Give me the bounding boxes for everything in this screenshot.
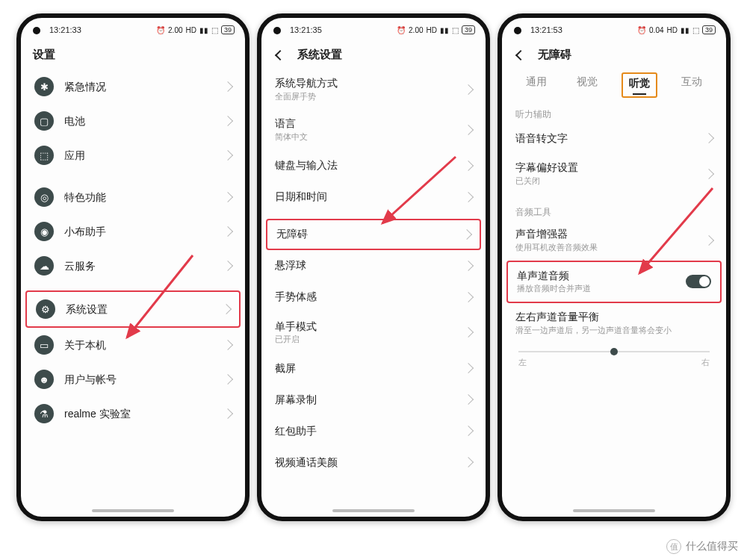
row-label: 电池: [64, 115, 224, 128]
row-lab[interactable]: ⚗ realme 实验室: [21, 396, 245, 431]
balance-slider[interactable]: [518, 351, 710, 352]
camera-punch: [273, 27, 281, 34]
row-label: 语音转文字: [515, 132, 705, 145]
row-label: 声音增强器: [515, 228, 705, 240]
row-special-features[interactable]: ◎ 特色功能: [21, 180, 245, 214]
row-sub: 滑至一边声道后，另一边声道音量将会变小: [515, 325, 713, 336]
row-keyboard[interactable]: 键盘与输入法: [261, 150, 486, 181]
signal-icon: ▮▮: [681, 26, 689, 34]
alarm-icon: ⏰: [637, 26, 646, 34]
row-system-settings[interactable]: ⚙ 系统设置: [25, 290, 241, 328]
chevron-right-icon: [463, 292, 474, 302]
row-sub: 简体中文: [275, 131, 465, 143]
row-sub: 全面屏手势: [275, 91, 465, 102]
row-label: 云服务: [64, 260, 224, 273]
row-label: 关于本机: [64, 339, 224, 352]
row-label: 屏幕录制: [275, 393, 465, 406]
row-sound-enhancer[interactable]: 声音增强器使用耳机改善音频效果: [502, 220, 726, 261]
slider-right: 右: [701, 357, 710, 368]
chevron-right-icon: [223, 192, 233, 202]
wifi-icon: ⬚: [211, 26, 218, 34]
battery-icon: 39: [462, 25, 475, 34]
row-sub: 使用耳机改善音频效果: [515, 242, 705, 253]
row-nav-style[interactable]: 系统导航方式全面屏手势: [261, 69, 486, 110]
row-redpacket[interactable]: 红包助手: [261, 415, 486, 447]
back-button[interactable]: [273, 49, 287, 62]
row-about[interactable]: ▭ 关于本机: [21, 328, 245, 362]
row-emergency[interactable]: ✱ 紧急情况: [21, 69, 245, 104]
row-language[interactable]: 语言简体中文: [261, 110, 486, 150]
row-label: 截屏: [275, 362, 465, 375]
status-bar: 13:21:53 ⏰ 0.04 HD ▮▮ ⬚ 39: [502, 18, 726, 42]
signal-icon: ▮▮: [199, 26, 208, 34]
chevron-right-icon: [463, 394, 474, 405]
phone-accessibility: 13:21:53 ⏰ 0.04 HD ▮▮ ⬚ 39 无障碍 通用 视觉 听觉 …: [498, 13, 731, 521]
status-bar: 13:21:35 ⏰ 2.00 HD ▮▮ ⬚ 39: [261, 18, 486, 42]
header-text: 无障碍: [538, 48, 571, 62]
alarm-icon: ⏰: [397, 26, 406, 34]
back-button[interactable]: [514, 49, 527, 62]
header: 系统设置: [261, 42, 486, 69]
row-battery[interactable]: ▢ 电池: [21, 104, 245, 138]
status-icons: ⏰ 2.00 HD ▮▮ ⬚ 39: [397, 25, 475, 34]
camera-punch: [33, 27, 40, 34]
tab-hearing[interactable]: 听觉: [622, 72, 657, 98]
row-cloud[interactable]: ☁ 云服务: [21, 249, 245, 283]
row-assistant[interactable]: ◉ 小布助手: [21, 214, 245, 249]
mono-audio-toggle[interactable]: [686, 275, 711, 288]
row-accessibility[interactable]: 无障碍: [266, 219, 481, 250]
battery-icon: 39: [702, 25, 716, 34]
row-floating-ball[interactable]: 悬浮球: [261, 250, 486, 281]
chevron-right-icon: [223, 226, 233, 237]
row-sub: 已关闭: [515, 175, 705, 187]
features-icon: ◎: [34, 187, 54, 207]
row-label: 单声道音频: [517, 270, 686, 282]
tab-vision[interactable]: 视觉: [571, 72, 604, 98]
chevron-right-icon: [462, 229, 472, 240]
chevron-right-icon: [463, 161, 474, 171]
chevron-right-icon: [463, 125, 474, 135]
row-label: 红包助手: [275, 425, 465, 438]
hd-icon: HD: [427, 26, 437, 34]
hd-icon: HD: [667, 26, 678, 34]
settings-list: ✱ 紧急情况 ▢ 电池 ⬚ 应用 ◎ 特色功能 ◉ 小布助: [21, 69, 245, 438]
assistant-icon: ◉: [34, 222, 54, 241]
header: 无障碍: [502, 42, 726, 69]
clock: 13:21:33: [49, 25, 81, 34]
chevron-right-icon: [223, 374, 233, 385]
slider-left: 左: [518, 357, 527, 368]
row-one-hand[interactable]: 单手模式已开启: [261, 313, 486, 353]
network-icon: 0.04: [649, 26, 663, 34]
row-label: 应用: [64, 149, 224, 162]
row-mono-audio[interactable]: 单声道音频播放音频时合并声道: [506, 261, 722, 304]
row-label: 系统设置: [66, 303, 223, 316]
row-voice-to-text[interactable]: 语音转文字: [502, 122, 726, 154]
row-screen-record[interactable]: 屏幕录制: [261, 384, 486, 415]
row-video-beauty[interactable]: 视频通话美颜: [261, 447, 486, 478]
slider-thumb[interactable]: [610, 348, 618, 355]
lab-icon: ⚗: [34, 404, 54, 423]
row-label: 键盘与输入法: [275, 159, 465, 172]
watermark: 值 什么值得买: [666, 539, 738, 554]
battery-icon: 39: [221, 25, 235, 34]
chevron-right-icon: [223, 408, 233, 419]
about-icon: ▭: [34, 335, 54, 355]
chevron-right-icon: [223, 150, 233, 161]
chevron-right-icon: [463, 192, 474, 202]
watermark-text: 什么值得买: [686, 540, 738, 553]
row-users-accounts[interactable]: ☻ 用户与帐号: [21, 362, 245, 396]
tab-general[interactable]: 通用: [520, 72, 553, 98]
row-sub: 已开启: [275, 334, 465, 345]
tab-interaction[interactable]: 互动: [675, 72, 708, 98]
header-text: 设置: [33, 48, 55, 62]
user-icon: ☻: [34, 370, 54, 389]
status-bar: 13:21:33 ⏰ 2.00 HD ▮▮ ⬚ 39: [21, 18, 245, 42]
row-subtitle-prefs[interactable]: 字幕偏好设置已关闭: [502, 154, 726, 194]
row-apps[interactable]: ⬚ 应用: [21, 138, 245, 172]
gear-icon: ⚙: [36, 299, 55, 319]
row-datetime[interactable]: 日期和时间: [261, 181, 486, 213]
row-label: 悬浮球: [275, 259, 465, 272]
row-gestures[interactable]: 手势体感: [261, 281, 486, 313]
row-screenshot[interactable]: 截屏: [261, 352, 486, 384]
header-text: 系统设置: [297, 48, 342, 62]
